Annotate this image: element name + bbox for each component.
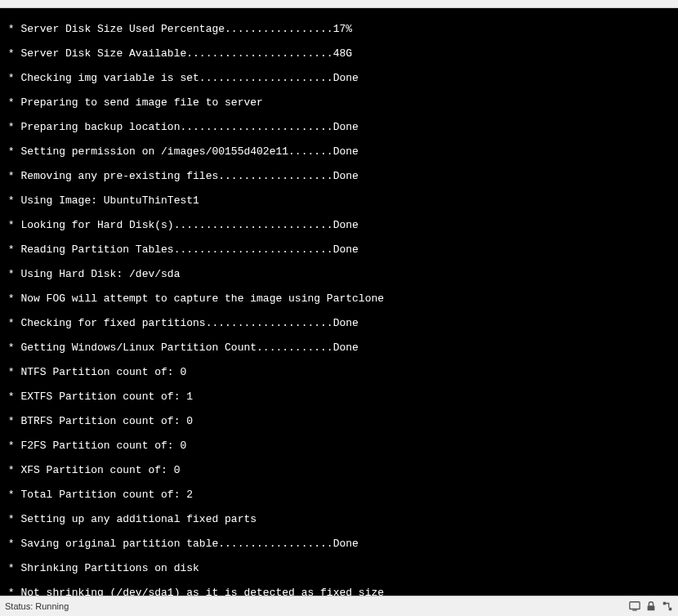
terminal-line: * Shrinking Partitions on disk xyxy=(2,562,676,574)
status-text: Status: Running xyxy=(5,601,69,611)
window-toolbar xyxy=(0,0,678,8)
terminal-line: * Saving original partition table.......… xyxy=(2,538,676,550)
terminal-line: * Server Disk Size Used Percentage......… xyxy=(2,23,676,35)
terminal-line: * NTFS Partition count of: 0 xyxy=(2,366,676,378)
terminal-line: * Reading Partition Tables..............… xyxy=(2,243,676,256)
svg-rect-2 xyxy=(648,605,655,610)
terminal-line: * Now FOG will attempt to capture the im… xyxy=(2,292,676,305)
terminal-line: * Checking for fixed partitions.........… xyxy=(2,317,676,329)
terminal-output: * Server Disk Size Used Percentage......… xyxy=(0,8,678,596)
terminal-line: * Using Image: UbuntuThinTest1 xyxy=(2,194,676,207)
svg-rect-0 xyxy=(630,602,640,609)
terminal-line: * Preparing backup location.............… xyxy=(2,121,676,133)
terminal-line: * Removing any pre-existing files.......… xyxy=(2,170,676,182)
terminal-line: * Total Partition count of: 2 xyxy=(2,489,676,501)
terminal-line: * Looking for Hard Disk(s)..............… xyxy=(2,219,676,231)
terminal-line: * Not shrinking (/dev/sda1) as it is det… xyxy=(2,587,676,596)
terminal-line: * Preparing to send image file to server xyxy=(2,96,676,109)
terminal-line: * EXTFS Partition count of: 1 xyxy=(2,391,676,403)
status-bar: Status: Running xyxy=(0,596,678,616)
terminal-line: * F2FS Partition count of: 0 xyxy=(2,440,676,452)
terminal-line: * Getting Windows/Linux Partition Count.… xyxy=(2,341,676,354)
terminal-line: * Setting up any additional fixed parts xyxy=(2,513,676,525)
terminal-line: * Server Disk Size Available............… xyxy=(2,47,676,60)
svg-rect-1 xyxy=(632,609,636,610)
terminal-line: * XFS Partition count of: 0 xyxy=(2,464,676,476)
terminal-line: * Using Hard Disk: /dev/sda xyxy=(2,268,676,280)
monitor-icon[interactable] xyxy=(629,600,640,612)
status-icons xyxy=(629,600,673,612)
network-icon[interactable] xyxy=(662,600,673,612)
lock-icon[interactable] xyxy=(645,600,657,612)
terminal-line: * Setting permission on /images/00155d40… xyxy=(2,145,676,158)
terminal-line: * BTRFS Partition count of: 0 xyxy=(2,415,676,427)
svg-rect-3 xyxy=(663,602,667,605)
terminal-line: * Checking img variable is set..........… xyxy=(2,72,676,84)
svg-rect-4 xyxy=(669,608,672,611)
